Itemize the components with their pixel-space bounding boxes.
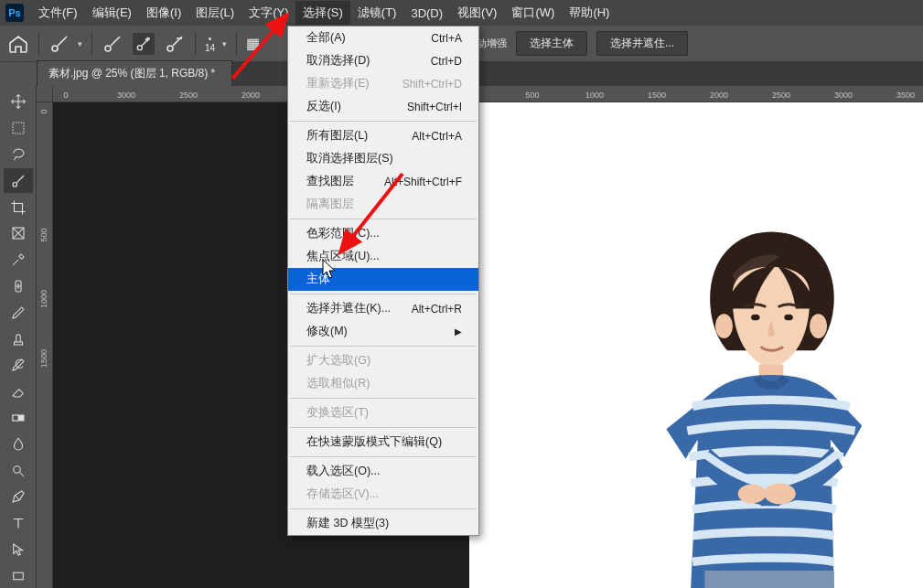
ruler-corner — [37, 86, 53, 102]
quick-selection-tool-icon[interactable] — [4, 168, 33, 193]
menu-image[interactable]: 图像(I) — [139, 1, 188, 25]
add-selection-icon[interactable] — [133, 33, 155, 55]
workspace: 0 3000 2500 2000 500 1000 1500 2000 2500… — [37, 86, 923, 588]
menu-edit[interactable]: 编辑(E) — [85, 1, 139, 25]
svg-rect-11 — [13, 572, 23, 580]
quick-select-tool-icon[interactable] — [48, 33, 70, 55]
chevron-down-icon[interactable]: ▾ — [222, 39, 227, 48]
ruler-horizontal: 0 3000 2500 2000 500 1000 1500 2000 2500… — [53, 86, 923, 102]
separator — [290, 219, 477, 219]
blur-tool-icon[interactable] — [4, 432, 33, 456]
rectangle-tool-icon[interactable] — [4, 563, 33, 588]
separator — [290, 427, 477, 428]
menu-color-range[interactable]: 色彩范围(C)... — [288, 222, 478, 245]
menu-save-selection: 存储选区(V)... — [288, 483, 478, 506]
person-image — [643, 221, 899, 588]
document-canvas[interactable] — [469, 102, 923, 588]
toolbox — [0, 86, 37, 588]
pen-tool-icon[interactable] — [4, 485, 33, 509]
menubar: Ps 文件(F) 编辑(E) 图像(I) 图层(L) 文字(Y) 选择(S) 滤… — [0, 0, 923, 26]
menu-grow: 扩大选取(G) — [288, 349, 478, 372]
svg-point-13 — [810, 314, 827, 338]
document-tab-bar: 素材.jpg @ 25% (图层 1, RGB/8) * — [37, 62, 923, 86]
new-selection-icon[interactable] — [102, 33, 123, 55]
menu-window[interactable]: 窗口(W) — [504, 1, 562, 25]
menu-similar: 选取相似(R) — [288, 372, 478, 395]
brush-size-label: • 14 — [205, 35, 215, 53]
menu-select[interactable]: 选择(S) — [295, 1, 349, 25]
marquee-tool-icon[interactable] — [4, 116, 33, 141]
separator — [290, 456, 477, 457]
menu-transform-selection: 变换选区(T) — [288, 401, 478, 424]
svg-point-0 — [52, 46, 58, 51]
menu-isolate-layers: 隔离图层 — [288, 193, 478, 216]
ruler-vertical: 0 500 1000 1500 — [37, 102, 53, 588]
menu-focus-area[interactable]: 焦点区域(U)... — [288, 245, 478, 268]
frame-tool-icon[interactable] — [4, 221, 33, 246]
svg-rect-4 — [13, 123, 24, 134]
separator — [91, 32, 92, 56]
menu-type[interactable]: 文字(Y) — [241, 1, 295, 25]
svg-point-15 — [784, 315, 793, 321]
svg-point-14 — [751, 315, 760, 321]
sample-layers-icon[interactable]: ▦ — [246, 35, 260, 52]
menu-reselect: 重新选择(E)Shift+Ctrl+D — [288, 72, 478, 95]
menu-load-selection[interactable]: 载入选区(O)... — [288, 460, 478, 483]
svg-point-3 — [167, 46, 173, 51]
menu-new-3d[interactable]: 新建 3D 模型(3) — [288, 512, 478, 535]
menu-file[interactable]: 文件(F) — [31, 1, 85, 25]
menu-modify[interactable]: 修改(M)▶ — [288, 320, 478, 343]
brush-tool-icon[interactable] — [4, 300, 33, 325]
chevron-down-icon[interactable]: ▾ — [78, 39, 82, 48]
menu-filter[interactable]: 滤镜(T) — [350, 1, 404, 25]
svg-point-17 — [764, 483, 795, 504]
svg-point-2 — [137, 45, 142, 49]
separator — [290, 346, 477, 347]
separator — [236, 32, 237, 56]
path-selection-tool-icon[interactable] — [4, 538, 33, 562]
type-tool-icon[interactable] — [4, 511, 33, 536]
crop-tool-icon[interactable] — [4, 195, 33, 219]
subtract-selection-icon[interactable] — [164, 33, 186, 55]
gradient-tool-icon[interactable] — [4, 406, 33, 431]
canvas-zone[interactable] — [53, 102, 923, 588]
clone-stamp-tool-icon[interactable] — [4, 326, 33, 351]
svg-point-5 — [13, 182, 17, 187]
svg-point-12 — [715, 314, 733, 338]
separator — [290, 398, 477, 399]
svg-rect-9 — [13, 415, 18, 421]
select-menu-dropdown: 全部(A)Ctrl+A 取消选择(D)Ctrl+D 重新选择(E)Shift+C… — [287, 26, 479, 536]
healing-brush-tool-icon[interactable] — [4, 274, 33, 299]
menu-help[interactable]: 帮助(H) — [562, 1, 617, 25]
select-subject-button[interactable]: 选择主体 — [516, 31, 587, 56]
menu-3d[interactable]: 3D(D) — [403, 3, 450, 24]
menu-layer[interactable]: 图层(L) — [188, 1, 241, 25]
eyedropper-tool-icon[interactable] — [4, 248, 33, 273]
menu-find-layers[interactable]: 查找图层Alt+Shift+Ctrl+F — [288, 170, 478, 193]
photoshop-icon: Ps — [5, 4, 24, 22]
menu-subject[interactable]: 主体 — [288, 268, 478, 291]
separator — [195, 32, 196, 56]
menu-select-and-mask[interactable]: 选择并遮住(K)...Alt+Ctrl+R — [288, 297, 478, 320]
separator — [290, 508, 477, 509]
menu-deselect[interactable]: 取消选择(D)Ctrl+D — [288, 49, 478, 72]
menu-inverse[interactable]: 反选(I)Shift+Ctrl+I — [288, 95, 478, 118]
lasso-tool-icon[interactable] — [4, 143, 33, 167]
svg-point-18 — [738, 484, 767, 503]
svg-point-1 — [105, 46, 111, 51]
menu-select-all[interactable]: 全部(A)Ctrl+A — [288, 27, 478, 49]
move-tool-icon[interactable] — [4, 90, 33, 114]
separator — [290, 121, 477, 122]
menu-deselect-layers[interactable]: 取消选择图层(S) — [288, 147, 478, 170]
dodge-tool-icon[interactable] — [4, 458, 33, 483]
document-tab[interactable]: 素材.jpg @ 25% (图层 1, RGB/8) * — [37, 60, 232, 86]
menu-all-layers[interactable]: 所有图层(L)Alt+Ctrl+A — [288, 124, 478, 147]
menu-view[interactable]: 视图(V) — [450, 1, 504, 25]
eraser-tool-icon[interactable] — [4, 380, 33, 404]
history-brush-tool-icon[interactable] — [4, 353, 33, 378]
home-icon[interactable] — [7, 33, 29, 55]
select-and-mask-button[interactable]: 选择并遮住... — [596, 31, 688, 56]
separator — [290, 294, 477, 294]
svg-point-10 — [13, 465, 20, 473]
menu-quick-mask[interactable]: 在快速蒙版模式下编辑(Q) — [288, 431, 478, 454]
